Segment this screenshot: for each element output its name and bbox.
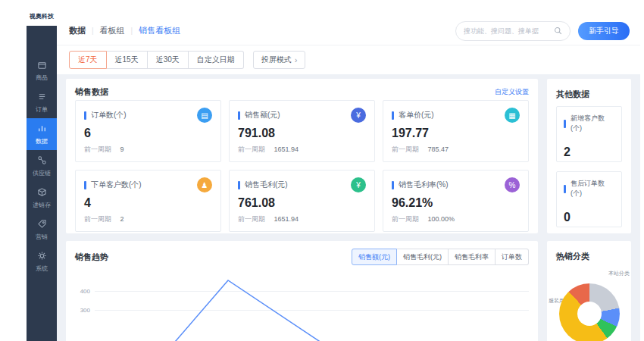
metric-prev: 前一周期 100.00%: [392, 214, 520, 224]
sidebar-item-label: 商品: [36, 74, 48, 82]
prev-period-label: 前一周期: [238, 215, 265, 223]
hot-category-donut: [559, 283, 620, 341]
customer-count-icon: ♟: [197, 177, 212, 192]
metric-title: 下单客户数(个): [91, 180, 192, 190]
metric-value: 6: [84, 127, 212, 140]
global-search[interactable]: [455, 21, 571, 41]
trend-panel-title: 销售趋势: [75, 252, 108, 263]
sidebar-item-data[interactable]: 数据: [27, 118, 57, 150]
accent-bar: [564, 120, 566, 128]
metric-title: 售后订单数(个): [571, 179, 614, 199]
accent-bar: [84, 181, 86, 189]
sidebar-item-goods[interactable]: 商品: [27, 55, 57, 86]
content-area: 销售数据 自定义设置 订单数(个) ▤ 6 前一周期 9: [57, 74, 640, 341]
donut-label: 本站分类: [608, 270, 630, 277]
orders-icon: [37, 92, 47, 103]
metric-card-gross-margin: 销售毛利率(%) % 96.21% 前一周期 100.00%: [383, 170, 529, 232]
metric-value: 2: [564, 145, 614, 159]
prev-period-label: 前一周期: [392, 145, 419, 153]
toggle-sales-amount[interactable]: 销售额(元): [352, 249, 397, 265]
sidebar-item-label: 进销存: [33, 201, 51, 209]
toggle-order-count[interactable]: 订单数: [496, 249, 529, 265]
sidebar-item-label: 数据: [36, 137, 48, 145]
metric-value: 761.08: [238, 196, 366, 210]
tab-last-30-days[interactable]: 近30天: [148, 51, 189, 69]
sidebar-item-orders[interactable]: 订单: [27, 86, 57, 118]
top-header: 数据 | 看板组 | 销售看板组 新手引导: [57, 6, 640, 45]
tab-last-15-days[interactable]: 近15天: [107, 51, 148, 69]
sidebar-item-label: 营销: [36, 233, 48, 241]
metric-card-gross-profit: 销售毛利(元) ¥ 761.08 前一周期 1651.94: [229, 170, 375, 232]
gross-profit-icon: ¥: [351, 177, 366, 192]
metric-value: 96.21%: [392, 196, 520, 210]
tab-last-7-days[interactable]: 近7天: [69, 51, 107, 69]
toggle-gross-profit[interactable]: 销售毛利(元): [397, 249, 449, 265]
breadcrumb-group[interactable]: 看板组: [100, 25, 125, 36]
sidebar: 商品 订单 数据 供应链 进销存 营销 系统: [27, 26, 57, 341]
metric-value: 197.77: [392, 127, 520, 140]
cast-mode-label: 投屏模式: [261, 55, 292, 65]
donut-hole: [577, 302, 602, 326]
sidebar-item-supply-chain[interactable]: 供应链: [27, 150, 57, 182]
metric-cards-grid: 订单数(个) ▤ 6 前一周期 9 销售额(元) ¥ 791.08: [75, 100, 529, 224]
sidebar-item-label: 供应链: [33, 169, 51, 177]
accent-bar: [84, 111, 86, 120]
prev-period-value: 100.00%: [428, 215, 455, 223]
breadcrumb-divider: |: [92, 27, 94, 35]
tab-custom-date[interactable]: 自定义日期: [189, 51, 244, 69]
date-filter-bar: 近7天 近15天 近30天 自定义日期 投屏模式 ›: [57, 45, 640, 74]
trend-chart: 400 300: [75, 274, 529, 341]
app-window: 视奥科技 商品 订单 数据 供应链 进销存 营销 系统: [27, 6, 640, 341]
accent-bar: [238, 181, 240, 189]
metric-title: 销售毛利(元): [245, 180, 346, 190]
sales-panel-title: 销售数据: [75, 86, 108, 98]
accent-bar: [392, 181, 394, 189]
toggle-gross-margin[interactable]: 销售毛利率: [449, 249, 496, 265]
prev-period-value: 1651.94: [274, 215, 299, 223]
other-data-panel: 其他数据 新增客户数(个) 2 售后订单数(个) 0: [547, 79, 631, 233]
prev-period-label: 前一周期: [84, 215, 111, 223]
hot-categories-panel: 热销分类 本站分类 服装用品: [547, 241, 631, 341]
supply-chain-icon: [37, 155, 47, 167]
order-count-icon: ▤: [197, 108, 212, 123]
metric-prev: 前一周期 9: [84, 145, 212, 155]
guide-button[interactable]: 新手引导: [578, 22, 630, 40]
breadcrumb-divider: |: [131, 27, 133, 35]
metric-card-new-customers: 新增客户数(个) 2: [556, 106, 622, 162]
sidebar-item-label: 系统: [36, 264, 48, 273]
metric-title: 客单价(元): [399, 110, 500, 120]
hot-panel-title: 热销分类: [556, 252, 589, 261]
metric-prev: 前一周期 1651.94: [238, 145, 366, 155]
trend-line: [156, 280, 353, 341]
metric-card-orders: 订单数(个) ▤ 6 前一周期 9: [75, 100, 221, 162]
metric-value: 4: [84, 196, 212, 210]
prev-period-value: 785.47: [428, 145, 449, 153]
search-icon[interactable]: [554, 24, 562, 38]
sales-data-panel: 销售数据 自定义设置 订单数(个) ▤ 6 前一周期 9: [66, 79, 538, 233]
y-axis-tick: 300: [75, 307, 95, 314]
metric-card-customers: 下单客户数(个) ♟ 4 前一周期 2: [75, 170, 221, 232]
metric-title: 订单数(个): [91, 110, 192, 120]
accent-bar: [564, 185, 566, 193]
sidebar-item-inventory[interactable]: 进销存: [27, 182, 57, 214]
prev-period-label: 前一周期: [238, 145, 265, 153]
prev-period-value: 1651.94: [274, 145, 299, 153]
prev-period-label: 前一周期: [392, 215, 419, 223]
breadcrumb-root[interactable]: 数据: [69, 25, 86, 36]
chevron-right-icon: ›: [295, 55, 298, 64]
other-panel-title: 其他数据: [556, 89, 589, 99]
metric-card-sales-amount: 销售额(元) ¥ 791.08 前一周期 1651.94: [229, 100, 375, 162]
breadcrumb-current[interactable]: 销售看板组: [139, 25, 180, 36]
prev-period-label: 前一周期: [84, 145, 111, 153]
bar-chart-icon: [37, 124, 47, 135]
metric-card-avg-price: 客单价(元) ▦ 197.77 前一周期 785.47: [383, 100, 529, 162]
sidebar-item-system[interactable]: 系统: [27, 246, 57, 277]
y-axis-tick: 400: [75, 288, 95, 295]
metric-prev: 前一周期 785.47: [392, 145, 520, 155]
cast-mode-button[interactable]: 投屏模式 ›: [253, 51, 306, 69]
search-input[interactable]: [464, 27, 554, 35]
custom-settings-link[interactable]: 自定义设置: [495, 87, 529, 97]
goods-icon: [37, 60, 47, 71]
sidebar-item-marketing[interactable]: 营销: [27, 214, 57, 246]
metric-title: 新增客户数(个): [571, 114, 614, 133]
